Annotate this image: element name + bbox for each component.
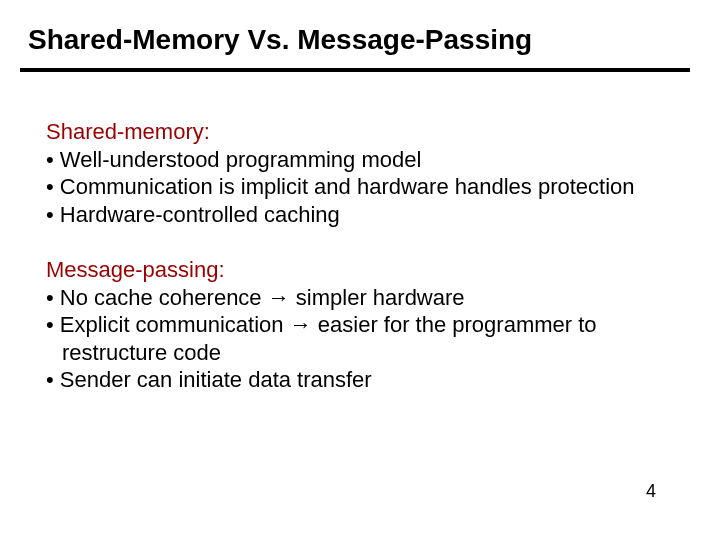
slide-body: Shared-memory: • Well-understood program… [46, 118, 676, 394]
slide: Shared-Memory Vs. Message-Passing Shared… [0, 0, 720, 540]
bullet-shared-2: • Communication is implicit and hardware… [46, 173, 676, 201]
bullet-mp-1: • No cache coherence → simpler hardware [46, 284, 676, 312]
page-number: 4 [646, 481, 656, 502]
bullet-shared-3: • Hardware-controlled caching [46, 201, 676, 229]
bullet-mp-2-cont: restructure code [46, 339, 676, 367]
bullet-shared-1: • Well-understood programming model [46, 146, 676, 174]
section-heading-shared-memory: Shared-memory: [46, 118, 676, 146]
title-underline [20, 68, 690, 72]
bullet-mp-3: • Sender can initiate data transfer [46, 366, 676, 394]
slide-title: Shared-Memory Vs. Message-Passing [28, 24, 532, 56]
section-heading-message-passing: Message-passing: [46, 256, 676, 284]
bullet-mp-2: • Explicit communication → easier for th… [46, 311, 676, 339]
